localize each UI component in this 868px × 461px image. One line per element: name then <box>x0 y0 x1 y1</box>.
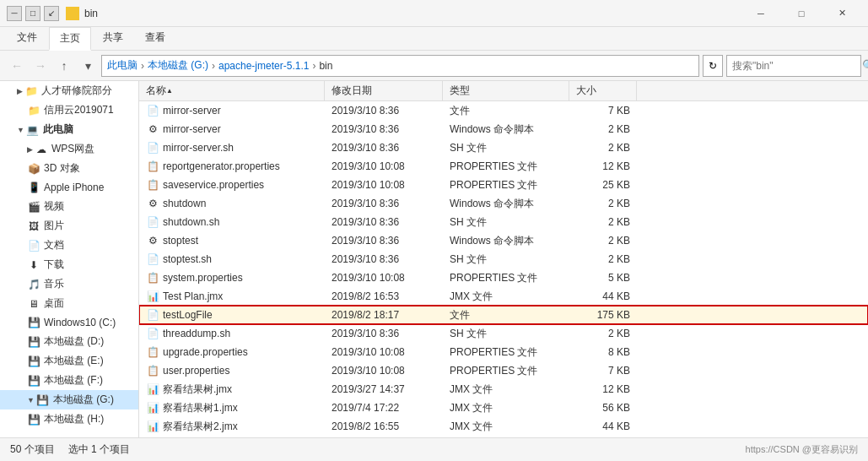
col-header-name[interactable]: 名称 <box>139 81 325 100</box>
tab-view[interactable]: 查看 <box>135 27 175 50</box>
drive-icon: 💾 <box>27 413 40 426</box>
file-type-cell: PROPERTIES 文件 <box>443 268 569 287</box>
title-bar: ─ □ ↙ bin ─ □ ✕ <box>0 0 868 27</box>
table-row[interactable]: 📄 shutdown.sh 2019/3/10 8:36 SH 文件 2 KB <box>139 213 868 231</box>
app-window: ─ □ ↙ bin ─ □ ✕ 文件 主页 共享 查看 ← → ↑ ▾ 此电脑 … <box>0 0 868 461</box>
file-name: shutdown.sh <box>163 216 219 228</box>
sidebar-label: 本地磁盘 (E:) <box>44 354 104 368</box>
table-row[interactable]: 📊 察看结果树.jmx 2019/3/27 14:37 JMX 文件 12 KB <box>139 380 868 399</box>
sidebar-item-this-pc[interactable]: ▼ 💻 此电脑 <box>0 120 138 139</box>
sidebar-item-f-drive[interactable]: 💾 本地磁盘 (F:) <box>0 371 138 390</box>
file-size-cell: 44 KB <box>569 417 637 436</box>
recent-locations-button[interactable]: ▾ <box>78 56 98 76</box>
sidebar-item-3d[interactable]: 📦 3D 对象 <box>0 159 138 178</box>
file-name-cell: 📊 察看结果树3.jmx <box>139 436 325 437</box>
sidebar-label: Apple iPhone <box>44 182 104 193</box>
file-size-cell: 56 KB <box>569 399 637 417</box>
file-name-cell: 📄 stoptest.sh <box>139 250 325 268</box>
title-bar-left-controls: ─ □ ↙ <box>7 6 59 21</box>
sidebar-item-g-drive[interactable]: ▼ 💾 本地磁盘 (G:) <box>0 390 138 409</box>
tab-file[interactable]: 文件 <box>7 27 47 50</box>
table-row[interactable]: 📋 system.properties 2019/3/10 10:08 PROP… <box>139 268 868 287</box>
table-row[interactable]: 📄 mirror-server 2019/3/10 8:36 文件 7 KB <box>139 101 868 120</box>
search-bar[interactable]: 🔍 <box>726 55 861 77</box>
sidebar-item-video[interactable]: 🎬 视频 <box>0 197 138 216</box>
table-row[interactable]: 📄 threaddump.sh 2019/3/10 8:36 SH 文件 2 K… <box>139 324 868 343</box>
sidebar-item-c-drive[interactable]: 💾 Windows10 (C:) <box>0 313 138 332</box>
table-row[interactable]: 📋 saveservice.properties 2019/3/10 10:08… <box>139 176 868 194</box>
sidebar-label: WPS网盘 <box>51 142 94 156</box>
table-row[interactable]: 📄 stoptest.sh 2019/3/10 8:36 SH 文件 2 KB <box>139 250 868 268</box>
file-date-cell: 2019/3/10 8:36 <box>325 101 443 120</box>
desktop-icon: 🖥 <box>27 297 40 311</box>
table-row[interactable]: 📋 upgrade.properties 2019/3/10 10:08 PRO… <box>139 343 868 361</box>
quick-access-btn1[interactable]: ─ <box>7 6 22 21</box>
window-controls: ─ □ ✕ <box>741 0 861 27</box>
sh-icon: 📄 <box>146 327 159 340</box>
forward-button[interactable]: → <box>30 56 51 76</box>
sidebar-item-e-drive[interactable]: 💾 本地磁盘 (E:) <box>0 351 138 371</box>
table-row[interactable]: 📋 user.properties 2019/3/10 10:08 PROPER… <box>139 361 868 380</box>
file-name: 察看结果树2.jmx <box>163 420 238 434</box>
col-header-date[interactable]: 修改日期 <box>325 81 443 100</box>
file-size-cell: 5 KB <box>569 268 637 287</box>
watermark: https://CSDN @更容易识别 <box>746 443 858 456</box>
pictures-icon: 🖼 <box>27 220 40 233</box>
status-bar: 50 个项目 选中 1 个项目 https://CSDN @更容易识别 <box>0 437 868 461</box>
file-name: stoptest.sh <box>163 253 212 265</box>
bc-computer[interactable]: 此电脑 <box>107 58 137 73</box>
up-button[interactable]: ↑ <box>54 56 74 76</box>
sidebar-item-h-drive[interactable]: 💾 本地磁盘 (H:) <box>0 409 138 429</box>
sidebar-item-wps[interactable]: ▶ ☁ WPS网盘 <box>0 139 138 159</box>
sidebar-label: 桌面 <box>44 296 64 311</box>
sidebar-item-downloads[interactable]: ⬇ 下载 <box>0 255 138 274</box>
sidebar-label: 本地磁盘 (H:) <box>44 412 104 426</box>
search-input[interactable] <box>732 60 859 72</box>
table-row[interactable]: 📋 reportgenerator.properties 2019/3/10 1… <box>139 157 868 176</box>
prop-icon: 📋 <box>146 178 159 192</box>
prop-icon: 📋 <box>146 364 159 377</box>
tab-share[interactable]: 共享 <box>93 27 133 50</box>
sidebar-item-credit[interactable]: 📁 信用云2019071 <box>0 100 138 120</box>
file-name: testLogFile <box>163 309 213 321</box>
search-icon[interactable]: 🔍 <box>862 59 868 72</box>
bc-jmeter[interactable]: apache-jmeter-5.1.1 <box>218 60 309 72</box>
table-row[interactable]: 📊 察看结果树1.jmx 2019/7/4 17:22 JMX 文件 56 KB <box>139 399 868 417</box>
window-icon <box>66 7 79 20</box>
quick-access-btn3[interactable]: ↙ <box>44 6 59 21</box>
table-row[interactable]: ⚙ mirror-server 2019/3/10 8:36 Windows 命… <box>139 120 868 138</box>
bc-drive[interactable]: 本地磁盘 (G:) <box>148 58 208 73</box>
sidebar-item-documents[interactable]: 📄 文档 <box>0 236 138 255</box>
back-button[interactable]: ← <box>7 56 27 76</box>
close-button[interactable]: ✕ <box>822 0 861 27</box>
maximize-button[interactable]: □ <box>782 0 821 27</box>
tab-home[interactable]: 主页 <box>49 27 91 51</box>
refresh-button[interactable]: ↻ <box>703 55 723 77</box>
jmx-icon: 📊 <box>146 382 159 396</box>
table-row[interactable]: ⚙ shutdown 2019/3/10 8:36 Windows 命令脚本 2… <box>139 194 868 213</box>
minimize-button[interactable]: ─ <box>741 0 780 27</box>
sidebar-item-music[interactable]: 🎵 音乐 <box>0 274 138 294</box>
sidebar-item-talent[interactable]: ▶ 📁 人才研修院部分 <box>0 81 138 100</box>
table-row[interactable]: ⚙ stoptest 2019/3/10 8:36 Windows 命令脚本 2… <box>139 231 868 250</box>
table-row[interactable]: 📄 mirror-server.sh 2019/3/10 8:36 SH 文件 … <box>139 138 868 157</box>
table-row[interactable]: 📊 察看结果树2.jmx 2019/8/2 16:55 JMX 文件 44 KB <box>139 417 868 436</box>
sidebar-item-d-drive[interactable]: 💾 本地磁盘 (D:) <box>0 332 138 351</box>
quick-access-btn2[interactable]: □ <box>25 6 40 21</box>
col-header-type[interactable]: 类型 <box>443 81 569 100</box>
file-type-cell: SH 文件 <box>443 250 569 268</box>
sidebar-item-pictures[interactable]: 🖼 图片 <box>0 216 138 236</box>
computer-icon: 💻 <box>26 123 40 137</box>
table-row[interactable]: 📊 察看结果树3.jmx 2019/8/2 17:05 JMX 文件 44 KB <box>139 436 868 437</box>
file-name-cell: 📄 shutdown.sh <box>139 213 325 231</box>
phone-icon: 📱 <box>27 181 40 194</box>
table-row[interactable]: 📊 Test Plan.jmx 2019/8/2 16:53 JMX 文件 44… <box>139 287 868 306</box>
sidebar-item-desktop[interactable]: 🖥 桌面 <box>0 294 138 313</box>
sidebar-item-iphone[interactable]: 📱 Apple iPhone <box>0 178 138 197</box>
file-name-cell: ⚙ shutdown <box>139 194 325 213</box>
breadcrumb[interactable]: 此电脑 › 本地磁盘 (G:) › apache-jmeter-5.1.1 › … <box>101 55 699 77</box>
table-row-testlogfile[interactable]: 📄 testLogFile 2019/8/2 18:17 文件 175 KB <box>139 306 868 324</box>
total-items: 50 个项目 <box>10 442 55 457</box>
file-name-cell: ⚙ mirror-server <box>139 120 325 138</box>
col-header-size[interactable]: 大小 <box>569 81 637 100</box>
